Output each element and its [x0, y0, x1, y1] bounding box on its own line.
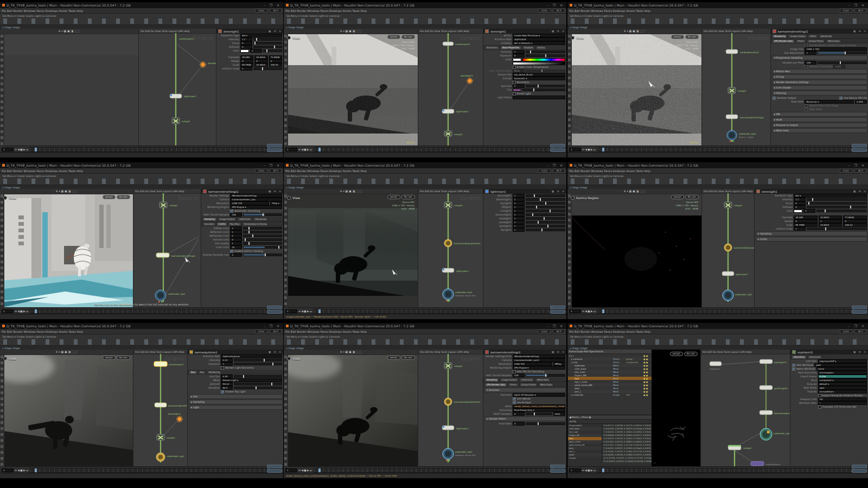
param-row[interactable]: FormatAutomatic ▾ — [483, 77, 566, 80]
window-controls[interactable]: – ❐ ✕ — [848, 324, 866, 328]
param-slider[interactable] — [816, 210, 867, 212]
param-row[interactable]: Intensity1 — [483, 50, 566, 54]
shelf-tabs[interactable]: Tab Menu ▾ Create Solaris Lights & Camer… — [284, 14, 566, 18]
param-z[interactable]: 0 — [269, 59, 282, 63]
light-slider[interactable] — [526, 202, 565, 205]
param-row[interactable]: Reflection Limit1 — [201, 230, 283, 234]
tab-image-output[interactable]: Image Output — [218, 217, 237, 221]
checkbox[interactable]: ✓ — [792, 367, 795, 371]
shelf-tabs[interactable]: Tab Menu ▾ Create Solaris Lights & Camer… — [567, 174, 868, 178]
menu-bar[interactable]: File Edit Render Windows Panes Desktops … — [0, 329, 283, 334]
prim-name[interactable]: belly — [575, 387, 612, 390]
tab-filters[interactable]: Filters — [795, 39, 806, 43]
param-value[interactable]: 0.35 — [221, 375, 233, 378]
param-slider[interactable] — [253, 42, 282, 45]
param-slider[interactable] — [253, 46, 282, 48]
param-slider[interactable] — [234, 375, 282, 378]
param-value[interactable]: 128 — [513, 373, 525, 377]
render-viewport[interactable]: ✛ ⌖ ▦ ▣ ◨ ⬚ ⬚ View persp1No — [567, 29, 701, 146]
merge-node[interactable] — [724, 202, 732, 208]
param-value[interactable]: 0 — [513, 54, 525, 58]
param-row[interactable]: Texture Filesky_dome_4k.exr — [483, 73, 566, 77]
frame-chip[interactable]: 30 F — [270, 329, 282, 333]
viewport-left-toolbar[interactable] — [0, 354, 4, 467]
persp-pill[interactable]: persp1 — [103, 356, 116, 360]
parameter-tabs[interactable]: RenderingImage OutputAOVsAdvanced — [771, 34, 868, 39]
file-field[interactable]: sky_dome_4k.exr — [513, 73, 565, 77]
param-row[interactable]: InitializeSet to Defaults ▾ — [483, 41, 566, 45]
param-slider[interactable] — [526, 422, 565, 425]
param-slider[interactable] — [526, 374, 565, 377]
param-value[interactable]: /cameras/render_cam — [230, 198, 282, 201]
viewport-tool-icons[interactable]: ✛ ⌖ ▦ ▣ ◨ ⬚ ⬚ — [340, 350, 361, 354]
param-row[interactable]: Rotate000 — [216, 59, 283, 63]
viewport-toolbar[interactable]: ✛ ⌖ ▦ ▣ ◨ ⬚ ⬚ — [0, 29, 138, 34]
param-dropdown[interactable]: XPU Engine ▾ — [513, 366, 565, 370]
param-dropdown[interactable]: OptiX XP Denoiser ▾ — [513, 393, 565, 397]
prim-name[interactable]: arm_L — [575, 390, 612, 393]
checkbox-row[interactable]: Use Renderer's Default Image Settings — [771, 43, 868, 47]
param-row[interactable]: Diffuse Limit1 — [201, 226, 283, 230]
shelf-tools[interactable] — [3, 179, 280, 184]
param-row[interactable]: SOP Path/obj/char/OUT ▾ — [790, 359, 868, 363]
param-row[interactable]: Intensity1.1 — [216, 37, 283, 41]
param-slider[interactable] — [243, 213, 282, 216]
checkbox-row[interactable]: Normalize — [483, 80, 566, 84]
render-viewport[interactable]: ✛ ⌖ ▦ ▣ ◨ ⬚ ⬚ View persp1No cam — [284, 350, 418, 467]
light-slider[interactable] — [526, 198, 565, 201]
parameter-header[interactable]: sopimport1▦ ⚙ ✕ — [790, 350, 868, 354]
light-slider[interactable] — [526, 206, 565, 208]
param-slider[interactable] — [526, 54, 565, 57]
prim-name[interactable]: eyebrows — [575, 364, 612, 367]
visibility-toggle[interactable]: ● ● — [643, 364, 651, 367]
param-value[interactable]: 4 — [513, 412, 525, 416]
param-row[interactable]: ModeDistant Light ▾ — [188, 378, 283, 382]
checkbox[interactable] — [805, 108, 808, 111]
section-header[interactable]: ▸ Render Geometry Settings — [772, 80, 867, 85]
color-swatch[interactable] — [513, 58, 521, 61]
param-z[interactable]: 71.8908 — [843, 216, 867, 219]
section-header[interactable]: ▸ Purpose & Output — [772, 123, 867, 128]
checkbox-row[interactable]: ✓Use N Input — [483, 401, 566, 404]
light-slider[interactable] — [526, 213, 565, 216]
param-y[interactable]: 0 — [819, 219, 843, 223]
light-slider[interactable] — [526, 221, 565, 224]
snapshot-buttons[interactable] — [852, 144, 867, 152]
param-row[interactable]: Resolution1280 720MPlay — [483, 362, 566, 366]
section-header[interactable]: ▸ Sun — [189, 394, 283, 399]
checkbox[interactable]: ✓ — [773, 97, 776, 100]
tab-sampling[interactable]: Sampling — [484, 378, 499, 382]
visibility-toggle[interactable]: ● ● — [643, 381, 651, 383]
nocam-pill[interactable]: No cam — [117, 195, 130, 199]
param-row[interactable]: Samples per Pixel128 — [771, 61, 868, 65]
param-value[interactable]: 6500 — [513, 69, 525, 73]
param-value[interactable]: 1280 720 — [230, 201, 269, 205]
tab-image-output[interactable]: Image Output — [788, 34, 807, 38]
menu-items[interactable]: File Edit Render Windows Panes Desktops … — [285, 9, 367, 12]
param-row[interactable]: Path Prefix/geo — [790, 386, 868, 390]
parameter-pane-icons[interactable]: ▦ ⚙ ✕ — [269, 30, 282, 33]
checkbox[interactable]: ✓ — [792, 364, 795, 367]
nocam-pill[interactable]: No cam — [401, 195, 415, 199]
lightmixer-node[interactable] — [442, 426, 454, 430]
persp-pill[interactable]: persp1 — [103, 195, 116, 199]
param-dropdown[interactable]: Set ▾ — [794, 194, 867, 198]
param-value[interactable]: 128 — [230, 213, 242, 217]
frame-chip[interactable]: 30 F — [553, 9, 565, 12]
render-geometry-node[interactable] — [726, 49, 738, 54]
network-editor[interactable]: File Edit Go View Tools Layout LOPs Help… — [138, 29, 216, 146]
node-graph[interactable]: sceneimport1 domelight1 lightmixer1 merg… — [418, 33, 483, 146]
param-row[interactable]: Pixel Filter4 — [483, 422, 566, 426]
param-slider[interactable] — [818, 61, 867, 64]
camera-pills[interactable]: persp1No cam — [671, 35, 699, 39]
param-value[interactable]: 1280 720 — [513, 362, 552, 366]
frame-chip[interactable]: 30 F — [553, 329, 565, 333]
param-y[interactable]: 43.5924 — [819, 223, 843, 227]
merge-node[interactable] — [444, 363, 452, 369]
aov-list[interactable]: render_beauty_noise_combined:beauty, ren… — [513, 404, 565, 408]
color-chip[interactable]: Color — [840, 329, 853, 333]
menu-bar[interactable]: File Edit Render Windows Panes Desktops … — [0, 168, 283, 174]
transport-controls[interactable]: ⏮ ◀ ■ ▶ ⏭ — [298, 310, 312, 313]
light-value[interactable]: 1 — [513, 209, 525, 213]
param-value[interactable]: /cameras/render_cam1 — [513, 358, 565, 362]
